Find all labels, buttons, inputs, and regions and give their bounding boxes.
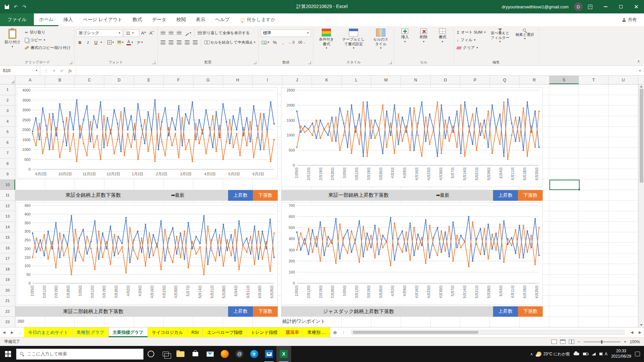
- column-header-U[interactable]: U: [608, 76, 638, 84]
- phonetic-guide-button[interactable]: ァ▾: [135, 39, 144, 46]
- row-header-4[interactable]: 4: [0, 116, 15, 127]
- row-header-13[interactable]: 13: [0, 211, 15, 222]
- undo-icon[interactable]: ↶: [14, 4, 18, 9]
- comma-style-button[interactable]: ,: [279, 39, 286, 46]
- tab-help[interactable]: ヘルプ: [210, 13, 235, 26]
- selected-cell-s10[interactable]: [549, 180, 580, 190]
- cell-a23-value[interactable]: 350: [17, 319, 24, 324]
- row-header-9[interactable]: 9: [0, 169, 15, 180]
- delete-cells-button[interactable]: 削除▾: [415, 27, 432, 43]
- tab-home[interactable]: ホーム: [34, 13, 58, 26]
- column-header-H[interactable]: H: [223, 76, 253, 84]
- number-dialog-launcher[interactable]: [308, 61, 311, 64]
- align-center-button[interactable]: [168, 39, 175, 46]
- new-sheet-button[interactable]: ⊕: [330, 327, 340, 337]
- mail-button[interactable]: [203, 346, 217, 362]
- row-header-15[interactable]: 15: [0, 232, 15, 243]
- legend-down-badge[interactable]: 下落数: [518, 190, 543, 201]
- alignment-dialog-launcher[interactable]: [254, 61, 256, 64]
- align-bottom-button[interactable]: [176, 29, 183, 37]
- ribbon-display-options-icon[interactable]: [588, 5, 592, 9]
- font-size-select[interactable]: 11▾: [124, 29, 139, 37]
- tab-insert[interactable]: 挿入: [58, 13, 78, 26]
- onedrive-cloud-icon[interactable]: [574, 353, 579, 355]
- chart-jasdaq[interactable]: 01002003004005006007002月5日2月12日2月19日2月26…: [281, 202, 543, 305]
- autosum-button[interactable]: Σオート SUM▾: [455, 29, 487, 36]
- tab-data[interactable]: データ: [147, 13, 171, 26]
- file-explorer-button[interactable]: [173, 346, 188, 362]
- cell-styles-button[interactable]: セルのスタイル▾: [370, 27, 392, 50]
- row-header-3[interactable]: 3: [0, 106, 15, 116]
- hscroll-left-icon[interactable]: ◀: [628, 327, 636, 337]
- network-icon[interactable]: [592, 353, 596, 356]
- legend-up-badge[interactable]: 上昇数: [228, 190, 253, 201]
- legend-up-badge[interactable]: 上昇数: [228, 306, 253, 317]
- row-header-2[interactable]: 2: [0, 95, 15, 106]
- column-header-L[interactable]: L: [342, 76, 371, 84]
- scroll-down-icon[interactable]: [640, 324, 643, 326]
- cut-button[interactable]: ✂切り取り: [23, 29, 72, 36]
- row-header-12[interactable]: 12: [0, 201, 15, 212]
- paste-button[interactable]: 貼り付け ▾: [3, 27, 22, 48]
- page-break-view-icon[interactable]: [569, 340, 574, 344]
- cortana-button[interactable]: [144, 346, 158, 362]
- sheet-nav-prev-icon[interactable]: ◀: [0, 327, 8, 337]
- avatar[interactable]: D: [574, 2, 583, 11]
- row-header-20[interactable]: 20: [0, 285, 15, 296]
- chart-tse-all[interactable]: 050010001500200025003000350040009月2日10月2…: [17, 87, 278, 178]
- format-painter-button[interactable]: 書式のコピー/貼り付け: [23, 44, 72, 51]
- decrease-font-size-button[interactable]: Aˇ: [148, 29, 155, 37]
- row-header-22[interactable]: 22: [0, 306, 15, 317]
- insert-function-button[interactable]: fx: [66, 68, 74, 73]
- cells-area[interactable]: 050010001500200025003000350040009月2日10月2…: [15, 84, 638, 327]
- taskbar-clock[interactable]: 20:332021/06/29: [611, 349, 631, 359]
- legend-down-badge[interactable]: 下落数: [518, 306, 543, 317]
- tell-me-search[interactable]: 何をしますか: [241, 13, 276, 26]
- column-header-J[interactable]: J: [282, 76, 312, 84]
- clear-button[interactable]: クリア▾: [455, 44, 487, 51]
- normal-view-icon[interactable]: [551, 340, 557, 344]
- row-header-10[interactable]: 10: [0, 180, 15, 190]
- row-header-7[interactable]: 7: [0, 148, 15, 159]
- font-color-button[interactable]: A▾: [125, 39, 134, 46]
- account-email[interactable]: dryyourtearswithlove1@gmail.com: [502, 4, 569, 9]
- currency-format-button[interactable]: ▾: [261, 39, 270, 46]
- sheet-tab-0[interactable]: 今日のまとめサイト: [24, 327, 72, 337]
- sheet-nav-more-icon[interactable]: …: [16, 327, 24, 337]
- column-header-D[interactable]: D: [104, 76, 134, 84]
- italic-button[interactable]: I: [85, 39, 92, 46]
- conditional-formatting-button[interactable]: 条件付き書式▾: [315, 27, 337, 50]
- tab-file[interactable]: ファイル: [0, 13, 34, 26]
- vertical-scrollbar[interactable]: [638, 84, 644, 327]
- row-header-11[interactable]: 11: [0, 190, 15, 201]
- sheet-tab-7[interactable]: 騰落率: [282, 327, 303, 337]
- merge-center-button[interactable]: セルを結合して中央揃え▾: [203, 39, 257, 46]
- align-left-button[interactable]: [160, 39, 167, 46]
- collapse-ribbon-icon[interactable]: ∧: [637, 59, 640, 63]
- copy-button[interactable]: コピー▾: [23, 37, 72, 44]
- save-icon[interactable]: [5, 5, 9, 9]
- cancel-entry-icon[interactable]: ×: [50, 68, 58, 73]
- hidden-icons-chevron[interactable]: ∧: [530, 352, 533, 356]
- firefox-button[interactable]: [217, 346, 232, 362]
- font-dialog-launcher[interactable]: [153, 61, 155, 64]
- redo-icon[interactable]: ↷: [22, 4, 26, 9]
- confirm-entry-icon[interactable]: ✓: [58, 68, 66, 73]
- clipboard-dialog-launcher[interactable]: [69, 61, 72, 64]
- zoom-slider-thumb[interactable]: [601, 340, 602, 344]
- vertical-scroll-thumb[interactable]: [640, 89, 643, 183]
- store-button[interactable]: [188, 346, 203, 362]
- row-header-8[interactable]: 8: [0, 159, 15, 169]
- outlook-button[interactable]: [262, 346, 276, 362]
- column-header-G[interactable]: G: [194, 76, 223, 84]
- sheet-list-icon[interactable]: ⋮: [340, 327, 348, 337]
- excel-taskbar-button[interactable]: X: [276, 346, 291, 362]
- column-header-P[interactable]: P: [460, 76, 490, 84]
- underline-button[interactable]: U: [93, 39, 100, 46]
- formula-input[interactable]: [76, 66, 636, 75]
- share-button[interactable]: 共有: [622, 13, 644, 26]
- sheet-tab-5[interactable]: エンベロープ指標: [203, 327, 247, 337]
- align-middle-button[interactable]: [168, 29, 175, 37]
- font-name-select[interactable]: 游ゴシック▾: [76, 29, 123, 37]
- tab-review[interactable]: 校閲: [171, 13, 191, 26]
